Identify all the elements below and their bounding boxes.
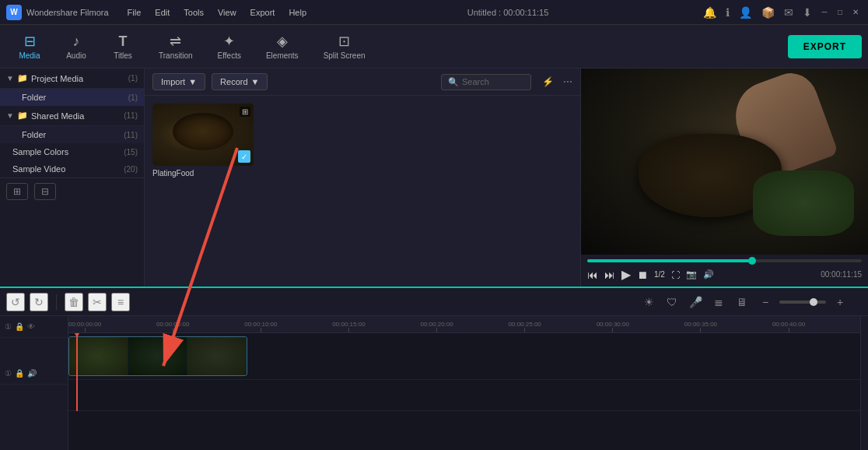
playback-controls: ⏮ ⏭ ▶ ⏹ 1/2 ⛶ 📷 🔊 00:00:11:15: [587, 267, 862, 282]
ruler-mark: 00:00:00:00: [68, 321, 101, 332]
search-box[interactable]: 🔍: [441, 74, 531, 90]
lock-icon[interactable]: 🔒: [15, 322, 24, 331]
fullscreen-button[interactable]: ⛶: [671, 270, 680, 279]
adjust-button[interactable]: ≡: [111, 293, 130, 311]
audio-track-row: [68, 380, 860, 411]
shared-folder-label: Folder: [22, 130, 124, 139]
clip-frame-3: [187, 337, 247, 375]
menu-tools[interactable]: Tools: [177, 6, 210, 19]
stop-button[interactable]: ⏹: [637, 269, 648, 281]
app-name: Wondershare Filmora: [26, 8, 109, 17]
menu-help[interactable]: Help: [282, 6, 313, 19]
info-icon[interactable]: ℹ: [726, 6, 730, 19]
project-media-folder[interactable]: Folder (1): [0, 89, 144, 106]
zoom-out-icon[interactable]: −: [756, 293, 775, 311]
preview-image: [581, 69, 868, 255]
import-button[interactable]: Import ▼: [152, 73, 205, 90]
timeline-ruler: 00:00:00:0000:00:05:0000:00:10:0000:00:1…: [68, 316, 860, 333]
ruler-mark: 00:00:05:00: [156, 321, 189, 332]
video-clip[interactable]: ▶ PlatingFood: [68, 336, 247, 376]
download-icon[interactable]: ⬇: [803, 6, 812, 19]
preview-video: [581, 69, 868, 255]
shield-icon[interactable]: 🛡: [663, 293, 681, 311]
maximize-button[interactable]: □: [834, 6, 846, 19]
step-back-button[interactable]: ⏮: [587, 269, 598, 281]
undo-button[interactable]: ↺: [6, 293, 25, 311]
cut-button[interactable]: ✂: [88, 293, 107, 311]
timeline-scrollbar[interactable]: [860, 316, 868, 450]
timeline-tracks: ▶ PlatingFood: [68, 333, 860, 411]
list-icon[interactable]: ≣: [709, 293, 728, 311]
delete-button[interactable]: 🗑: [65, 293, 83, 311]
speed-button[interactable]: 1/2: [654, 270, 665, 279]
snapshot-button[interactable]: 📷: [686, 269, 697, 279]
media-area: Import ▼ Record ▼ 🔍 ⚡ ⋯ ⊞ ✓ PlatingFo: [145, 69, 580, 287]
tool-elements[interactable]: ◈ Elements: [254, 28, 311, 65]
shared-media-folder[interactable]: Folder (11): [0, 126, 144, 143]
shared-media-toggle: ▼: [6, 111, 14, 120]
thumb-overlay-icon: ⊞: [240, 107, 250, 117]
close-button[interactable]: ✕: [849, 6, 862, 19]
preview-time: 00:00:11:15: [821, 270, 862, 279]
video-track-row: ▶ PlatingFood: [68, 333, 860, 380]
shared-media-count: (11): [124, 111, 138, 120]
minimize-button[interactable]: ─: [818, 6, 831, 19]
playhead[interactable]: [76, 333, 78, 411]
new-bin-button[interactable]: ⊟: [34, 183, 56, 200]
export-button[interactable]: EXPORT: [788, 35, 862, 58]
sample-video-item[interactable]: Sample Video (20): [0, 160, 144, 178]
preview-greens: [753, 171, 853, 236]
tool-effects[interactable]: ✦ Effects: [205, 28, 254, 65]
media-item-platingfood[interactable]: ⊞ ✓ PlatingFood: [152, 104, 254, 279]
audio-lock-icon[interactable]: 🔒: [15, 369, 24, 378]
elements-icon: ◈: [277, 33, 288, 50]
record-button[interactable]: Record ▼: [212, 73, 268, 90]
menu-view[interactable]: View: [212, 6, 243, 19]
sun-icon[interactable]: ☀: [639, 293, 658, 311]
record-label: Record: [220, 77, 247, 86]
ruler-mark: 00:00:25:00: [509, 321, 541, 332]
new-folder-button[interactable]: ⊞: [6, 183, 28, 200]
notification-icon[interactable]: 🔔: [703, 6, 716, 19]
effects-label: Effects: [218, 51, 241, 60]
mic-icon[interactable]: 🎤: [686, 293, 705, 311]
menu-edit[interactable]: Edit: [149, 6, 176, 19]
menu-file[interactable]: File: [121, 6, 148, 19]
tool-transition[interactable]: ⇌ Transition: [146, 28, 205, 65]
grid-icon[interactable]: ⋯: [563, 76, 572, 87]
media-content: ⊞ ✓ PlatingFood: [145, 96, 580, 287]
frame-back-button[interactable]: ⏭: [604, 269, 615, 281]
filter-icon[interactable]: ⚡: [542, 76, 554, 87]
preview-controls: ⏮ ⏭ ▶ ⏹ 1/2 ⛶ 📷 🔊 00:00:11:15: [581, 255, 868, 287]
window-title: Untitled : 00:00:11:15: [319, 8, 697, 17]
tool-audio[interactable]: ♪ Audio: [53, 29, 100, 65]
shared-media-header[interactable]: ▼ 📁 Shared Media (11): [0, 106, 144, 126]
progress-bar[interactable]: [587, 259, 862, 262]
tool-splitscreen[interactable]: ⊡ Split Screen: [311, 28, 378, 65]
mail-icon[interactable]: ✉: [784, 6, 793, 19]
monitor-icon[interactable]: 🖥: [733, 293, 751, 311]
tool-media[interactable]: ⊟ Media: [6, 28, 53, 65]
search-input[interactable]: [462, 77, 524, 86]
titles-label: Titles: [114, 51, 132, 60]
shared-media-label: Shared Media: [31, 111, 124, 121]
zoom-in-icon[interactable]: +: [831, 293, 849, 311]
zoom-slider[interactable]: [779, 301, 826, 304]
hide-icon[interactable]: 👁: [27, 322, 35, 331]
sample-colors-label: Sample Colors: [12, 147, 124, 156]
app-logo: W Wondershare Filmora: [6, 5, 109, 20]
menu-export[interactable]: Export: [244, 6, 282, 19]
redo-button[interactable]: ↻: [30, 293, 48, 311]
sample-colors-item[interactable]: Sample Colors (15): [0, 143, 144, 160]
project-folder-label: Folder: [22, 93, 128, 102]
play-button[interactable]: ▶: [621, 267, 631, 282]
tool-titles[interactable]: T Titles: [100, 29, 146, 65]
media-library-icon[interactable]: 📦: [761, 6, 775, 19]
track-number-1: ①: [5, 322, 12, 331]
account-icon[interactable]: 👤: [739, 6, 752, 19]
timeline-track-label-video: ① 🔒 👁: [0, 316, 68, 338]
audio-vol-icon[interactable]: 🔊: [27, 369, 37, 378]
project-media-header[interactable]: ▼ 📁 Project Media (1): [0, 69, 144, 89]
timeline: ↺ ↻ 🗑 ✂ ≡ ☀ 🛡 🎤 ≣ 🖥 − + ① 🔒 👁: [0, 287, 868, 450]
volume-button[interactable]: 🔊: [703, 269, 714, 279]
